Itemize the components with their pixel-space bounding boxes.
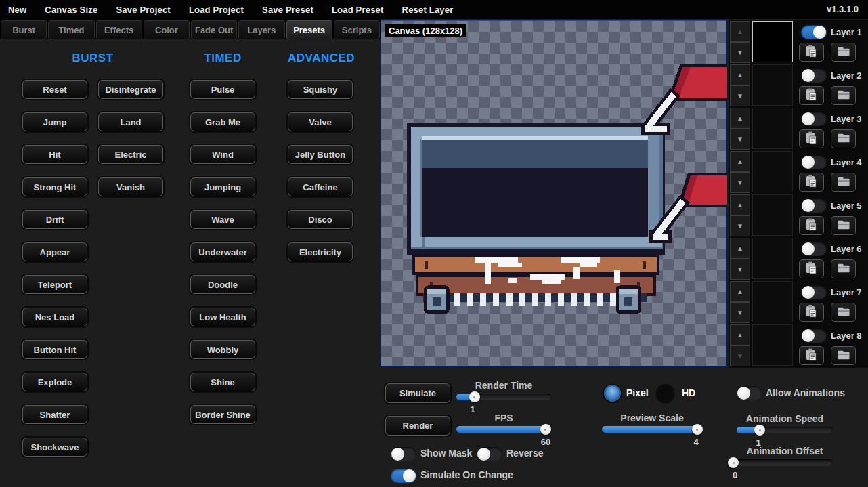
load-layer-image-button[interactable] xyxy=(831,259,856,278)
preset-button-wave[interactable]: Wave xyxy=(190,210,255,229)
layer-move-up-button[interactable]: ▲ xyxy=(730,324,750,345)
layer-thumbnail[interactable] xyxy=(752,64,793,106)
preset-button-appear[interactable]: Appear xyxy=(22,242,87,261)
allow-animations-toggle[interactable] xyxy=(737,386,762,400)
preset-button-vanish[interactable]: Vanish xyxy=(98,177,163,196)
preset-button-squishy[interactable]: Squishy xyxy=(288,80,353,99)
paste-layer-button[interactable] xyxy=(799,259,824,278)
preview-scale-slider[interactable] xyxy=(602,426,702,433)
tab-timed[interactable]: Timed xyxy=(48,20,94,39)
layer-thumbnail[interactable] xyxy=(752,324,793,366)
preset-button-wobbly[interactable]: Wobbly xyxy=(190,340,255,359)
paste-layer-button[interactable] xyxy=(799,303,824,322)
load-layer-image-button[interactable] xyxy=(831,216,856,235)
layer-move-down-button[interactable]: ▼ xyxy=(730,129,750,150)
menu-item-canvas-size[interactable]: Canvas Size xyxy=(45,5,97,15)
preset-button-shine[interactable]: Shine xyxy=(190,373,255,391)
hd-radio[interactable] xyxy=(656,384,674,402)
layer-thumbnail[interactable] xyxy=(752,108,793,149)
simulate-button[interactable]: Simulate xyxy=(385,383,450,403)
load-layer-image-button[interactable] xyxy=(831,303,856,322)
slider-handle[interactable] xyxy=(728,457,739,468)
load-layer-image-button[interactable] xyxy=(831,173,856,192)
layer-move-down-button[interactable]: ▼ xyxy=(730,345,750,366)
layer-visibility-toggle[interactable] xyxy=(801,242,827,256)
paste-layer-button[interactable] xyxy=(799,173,824,192)
tab-presets[interactable]: Presets xyxy=(286,20,332,39)
preset-button-explode[interactable]: Explode xyxy=(22,373,87,391)
preset-button-reset[interactable]: Reset xyxy=(22,80,87,99)
layer-move-up-button[interactable]: ▲ xyxy=(730,108,750,129)
preset-button-jump[interactable]: Jump xyxy=(22,112,87,131)
layer-move-down-button[interactable]: ▼ xyxy=(730,302,750,323)
preset-button-shockwave[interactable]: Shockwave xyxy=(22,438,87,457)
menu-item-save-preset[interactable]: Save Preset xyxy=(262,5,313,15)
preset-button-doodle[interactable]: Doodle xyxy=(190,275,255,294)
tab-effects[interactable]: Effects xyxy=(96,20,142,39)
preset-button-grab-me[interactable]: Grab Me xyxy=(190,112,255,131)
load-layer-image-button[interactable] xyxy=(831,86,856,105)
layer-move-down-button[interactable]: ▼ xyxy=(730,215,750,236)
preset-button-electricity[interactable]: Electricity xyxy=(288,242,353,261)
menu-item-load-project[interactable]: Load Project xyxy=(189,5,244,15)
animation-speed-slider[interactable] xyxy=(737,427,833,433)
preset-button-button-hit[interactable]: Button Hit xyxy=(22,340,87,359)
slider-handle[interactable] xyxy=(540,424,551,435)
paste-layer-button[interactable] xyxy=(799,86,824,105)
tab-burst[interactable]: Burst xyxy=(1,20,47,39)
layer-move-up-button[interactable]: ▲ xyxy=(730,21,750,42)
layer-move-down-button[interactable]: ▼ xyxy=(730,85,750,106)
menu-item-reset-layer[interactable]: Reset Layer xyxy=(402,5,454,15)
preset-button-jumping[interactable]: Jumping xyxy=(190,177,255,196)
layer-visibility-toggle[interactable] xyxy=(801,68,827,83)
slider-handle[interactable] xyxy=(469,391,480,402)
animation-offset-slider[interactable] xyxy=(733,459,833,466)
render-button[interactable]: Render xyxy=(385,416,450,436)
tab-scripts[interactable]: Scripts xyxy=(334,20,380,39)
preset-button-shatter[interactable]: Shatter xyxy=(22,405,87,424)
preset-button-valve[interactable]: Valve xyxy=(288,112,353,131)
tab-layers[interactable]: Layers xyxy=(238,20,284,39)
paste-layer-button[interactable] xyxy=(799,216,824,235)
load-layer-image-button[interactable] xyxy=(831,43,856,62)
show-mask-toggle[interactable] xyxy=(391,447,416,461)
layer-move-down-button[interactable]: ▼ xyxy=(730,172,750,193)
layer-move-up-button[interactable]: ▲ xyxy=(730,281,750,302)
slider-handle[interactable] xyxy=(692,424,703,435)
preset-button-caffeine[interactable]: Caffeine xyxy=(288,177,353,196)
load-layer-image-button[interactable] xyxy=(831,346,856,365)
preset-button-drift[interactable]: Drift xyxy=(22,210,87,229)
preset-button-strong-hit[interactable]: Strong Hit xyxy=(22,177,87,196)
preset-button-underwater[interactable]: Underwater xyxy=(190,242,255,261)
layer-thumbnail[interactable] xyxy=(752,21,793,62)
preset-button-nes-load[interactable]: Nes Load xyxy=(22,308,87,326)
paste-layer-button[interactable] xyxy=(799,346,824,365)
layer-thumbnail[interactable] xyxy=(752,151,793,192)
layer-move-up-button[interactable]: ▲ xyxy=(730,238,750,259)
preset-button-electric[interactable]: Electric xyxy=(98,145,163,164)
layer-visibility-toggle[interactable] xyxy=(801,198,827,213)
menu-item-save-project[interactable]: Save Project xyxy=(116,5,170,15)
layer-move-up-button[interactable]: ▲ xyxy=(730,64,750,85)
layer-visibility-toggle[interactable] xyxy=(801,112,827,126)
pixel-radio[interactable] xyxy=(603,384,622,402)
layer-move-down-button[interactable]: ▼ xyxy=(730,42,750,63)
load-layer-image-button[interactable] xyxy=(831,129,856,148)
menu-item-new[interactable]: New xyxy=(8,5,26,15)
menu-item-load-preset[interactable]: Load Preset xyxy=(332,5,384,15)
layer-visibility-toggle[interactable] xyxy=(801,285,827,299)
preset-button-hit[interactable]: Hit xyxy=(22,145,87,164)
render-time-slider[interactable] xyxy=(456,394,551,400)
simulate-on-change-toggle[interactable] xyxy=(391,469,416,483)
layer-visibility-toggle[interactable] xyxy=(801,155,827,169)
tab-fade-out[interactable]: Fade Out xyxy=(191,20,237,39)
layer-move-up-button[interactable]: ▲ xyxy=(730,194,750,215)
layer-move-up-button[interactable]: ▲ xyxy=(730,151,750,172)
preset-button-land[interactable]: Land xyxy=(98,112,163,131)
preset-button-disco[interactable]: Disco xyxy=(288,210,353,229)
layer-visibility-toggle[interactable] xyxy=(801,329,827,343)
preset-button-wind[interactable]: Wind xyxy=(190,145,255,164)
preset-button-low-health[interactable]: Low Health xyxy=(190,308,255,326)
layer-thumbnail[interactable] xyxy=(752,194,793,236)
paste-layer-button[interactable] xyxy=(799,43,824,62)
